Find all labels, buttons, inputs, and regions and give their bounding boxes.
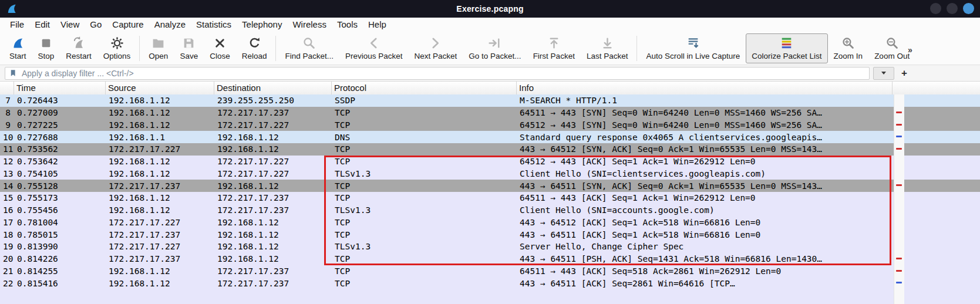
column-header-no[interactable] [0,82,14,94]
packet-cell-info: Client Hello (SNI=accounts.google.com) [517,205,893,215]
menu-wireless[interactable]: Wireless [287,18,332,31]
packet-row[interactable]: 90.727225192.168.1.12172.217.17.227TCP64… [0,119,980,131]
toolbar-goto-button[interactable]: Go to Packet... [463,33,527,63]
menu-bar: FileEditViewGoCaptureAnalyzeStatisticsTe… [0,18,980,31]
packet-row[interactable]: 170.781004172.217.17.227192.168.1.12TCP4… [0,217,980,229]
toolbar-overflow-icon[interactable]: » [908,45,912,55]
toolbar-button-label: Go to Packet... [469,52,521,60]
packet-row[interactable]: 130.754105192.168.1.12172.217.17.227TLSv… [0,168,980,180]
packet-cell-destination: 172.217.17.227 [214,169,332,178]
go-to-packet-icon [487,36,502,50]
column-header-info[interactable]: Info [517,82,893,94]
toolbar-first-button[interactable]: First Packet [527,33,581,63]
toolbar-button-label: Colorize Packet List [752,52,821,60]
main-toolbar: » StartStopRestartOptionsOpenSaveCloseRe… [0,31,980,65]
packet-row[interactable]: 160.755456192.168.1.12172.217.17.237TLSv… [0,204,980,217]
packet-cell-info: 443 → 64511 [SYN, ACK] Seq=0 Ack=1 Win=6… [517,181,893,191]
packet-row[interactable]: 190.813990172.217.17.227192.168.1.12TLSv… [0,241,980,253]
toolbar-stop-button[interactable]: Stop [32,33,60,63]
filter-add-button[interactable]: + [898,67,911,80]
column-header-source[interactable]: Source [106,82,214,94]
colorize-icon [779,36,794,50]
maximize-button[interactable] [947,3,958,14]
menu-tools[interactable]: Tools [332,18,363,31]
menu-go[interactable]: Go [85,18,107,31]
packet-cell-destination: 172.217.17.237 [214,193,332,202]
last-packet-icon [600,36,615,50]
toolbar-save-button[interactable]: Save [174,33,204,63]
toolbar-start-button[interactable]: Start [4,33,32,63]
minimize-button[interactable] [930,3,941,14]
packet-cell-destination: 192.168.1.12 [214,230,332,239]
packet-cell-info: M-SEARCH * HTTP/1.1 [517,96,893,105]
packet-row[interactable]: 200.814226172.217.17.237192.168.1.12TCP4… [0,253,980,265]
scrollbar-mark [896,136,902,137]
menu-telephony[interactable]: Telephony [237,18,287,31]
packet-cell-no: 8 [0,108,14,117]
packet-cell-no: 13 [0,169,14,178]
menu-help[interactable]: Help [363,18,392,31]
packet-cell-no: 16 [0,205,14,215]
display-filter-input[interactable]: Apply a display filter ... <Ctrl-/> [5,67,870,80]
toolbar-reload-button[interactable]: Reload [236,33,273,63]
toolbar-autoscroll-button[interactable]: Auto Scroll in Live Capture [640,33,746,63]
column-header-protocol[interactable]: Protocol [332,82,517,94]
column-header-time[interactable]: Time [14,82,106,94]
packet-cell-source: 192.168.1.12 [106,266,214,276]
packet-row[interactable]: 110.753562172.217.17.227192.168.1.12TCP4… [0,143,980,156]
filter-expression-dropdown-button[interactable] [873,67,894,80]
packet-cell-info: 443 → 64511 [PSH, ACK] Seq=1431 Ack=518 … [517,254,893,264]
toolbar-colorize-button[interactable]: Colorize Packet List [746,33,827,63]
filter-bookmark-icon[interactable] [9,69,18,77]
toolbar-zoomin-button[interactable]: Zoom In [828,33,869,63]
packet-cell-source: 192.168.1.12 [106,120,214,130]
toolbar-restart-button[interactable]: Restart [60,33,97,63]
menu-statistics[interactable]: Statistics [191,18,237,31]
packet-row[interactable]: 80.727009192.168.1.12172.217.17.237TCP64… [0,107,980,119]
toolbar-last-button[interactable]: Last Packet [581,33,634,63]
toolbar-button-label: Options [103,52,131,60]
menu-file[interactable]: File [5,18,29,31]
packet-cell-time: 0.753562 [14,144,106,154]
column-header-destination[interactable]: Destination [214,82,332,94]
packet-cell-protocol: TLSv1.3 [332,169,517,178]
window-title: Exercise.pcapng [176,4,804,13]
packet-cell-protocol: TLSv1.3 [332,242,517,251]
packet-cell-source: 192.168.1.1 [106,133,214,142]
packet-row[interactable]: 100.727688192.168.1.1192.168.1.12DNSStan… [0,131,980,143]
menu-edit[interactable]: Edit [29,18,55,31]
packet-row[interactable]: 220.815416192.168.1.12172.217.17.237TCP4… [0,277,980,289]
packet-cell-protocol: DNS [332,133,517,142]
packet-cell-protocol: SSDP [332,96,517,105]
packet-cell-info: 64511 → 443 [SYN] Seq=0 Win=64240 Len=0 … [517,108,893,117]
packet-list-scrollbar[interactable] [894,94,904,304]
restart-capture-icon [72,36,86,50]
toolbar-find-button[interactable]: Find Packet... [279,33,339,63]
menu-view[interactable]: View [55,18,85,31]
packet-list: TimeSourceDestinationProtocolInfo 70.726… [0,82,980,304]
packet-cell-no: 21 [0,266,14,276]
toolbar-previous-button[interactable]: Previous Packet [339,33,409,63]
packet-row[interactable]: 120.753642192.168.1.12172.217.17.227TCP6… [0,156,980,168]
packet-cell-protocol: TLSv1.3 [332,205,517,215]
packet-row[interactable]: 180.785015172.217.17.237192.168.1.12TCP4… [0,228,980,241]
packet-row[interactable]: 150.755173192.168.1.12172.217.17.237TCP6… [0,192,980,204]
toolbar-close-button[interactable]: Close [204,33,236,63]
toolbar-open-button[interactable]: Open [143,33,174,63]
menu-analyze[interactable]: Analyze [149,18,191,31]
toolbar-next-button[interactable]: Next Packet [409,33,463,63]
packet-row[interactable]: 70.726443192.168.1.12239.255.255.250SSDP… [0,94,980,107]
toolbar-button-label: Previous Packet [345,52,403,60]
packet-cell-no: 18 [0,230,14,239]
scrollbar-mark [896,282,902,283]
packet-row[interactable]: 210.814255192.168.1.12172.217.17.237TCP6… [0,265,980,278]
packet-cell-destination: 172.217.17.227 [214,120,332,130]
packet-cell-protocol: TCP [332,193,517,202]
zoom-in-icon [841,36,856,50]
packet-cell-protocol: TCP [332,108,517,117]
toolbar-options-button[interactable]: Options [97,33,137,63]
menu-capture[interactable]: Capture [107,18,149,31]
wireshark-window: Exercise.pcapng FileEditViewGoCaptureAna… [0,0,980,304]
close-window-button[interactable] [963,3,974,14]
packet-row[interactable]: 140.755128172.217.17.237192.168.1.12TCP4… [0,180,980,192]
